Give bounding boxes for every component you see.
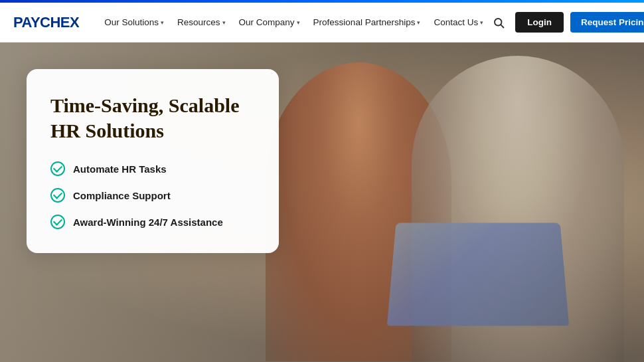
nav-links: Our Solutions ▾ Resources ▾ Our Company … — [99, 13, 489, 31]
chevron-down-icon: ▾ — [297, 19, 300, 26]
checklist-item-assistance: Award-Winning 24/7 Assistance — [50, 215, 255, 229]
laptop-figure — [387, 223, 569, 326]
request-pricing-button[interactable]: Request Pricing — [570, 12, 644, 33]
login-button[interactable]: Login — [515, 12, 564, 33]
chevron-down-icon: ▾ — [161, 19, 164, 26]
check-circle-icon — [50, 161, 65, 176]
hero-headline: Time-Saving, Scalable HR Solutions — [50, 93, 255, 143]
logo-text: PAYCHEX — [13, 14, 79, 31]
search-icon — [493, 17, 505, 29]
checklist: Automate HR Tasks Compliance Support Awa… — [50, 161, 255, 229]
check-circle-icon — [50, 188, 65, 203]
chevron-down-icon: ▾ — [417, 19, 420, 26]
nav-label-our-company: Our Company — [239, 17, 295, 27]
nav-label-contact-us: Contact Us — [434, 17, 478, 27]
hero-card: Time-Saving, Scalable HR Solutions Autom… — [27, 69, 279, 253]
chevron-down-icon: ▾ — [480, 19, 483, 26]
chevron-down-icon: ▾ — [222, 19, 226, 26]
search-button[interactable] — [489, 13, 509, 33]
navbar: PAYCHEX Our Solutions ▾ Resources ▾ Our … — [0, 3, 644, 43]
hero-section: Time-Saving, Scalable HR Solutions Autom… — [0, 43, 644, 362]
checklist-label-automate: Automate HR Tasks — [73, 163, 167, 175]
nav-actions: Login Request Pricing — [489, 12, 644, 33]
nav-item-our-company[interactable]: Our Company ▾ — [234, 13, 305, 31]
checklist-item-compliance: Compliance Support — [50, 188, 255, 203]
check-circle-icon — [50, 215, 65, 229]
nav-label-professional-partnerships: Professional Partnerships — [313, 17, 416, 27]
nav-label-resources: Resources — [177, 17, 220, 27]
svg-line-1 — [501, 25, 504, 27]
checklist-label-compliance: Compliance Support — [73, 190, 171, 201]
nav-item-our-solutions[interactable]: Our Solutions ▾ — [99, 13, 169, 31]
nav-item-contact-us[interactable]: Contact Us ▾ — [428, 13, 489, 31]
nav-label-our-solutions: Our Solutions — [104, 17, 159, 27]
nav-item-professional-partnerships[interactable]: Professional Partnerships ▾ — [308, 13, 426, 31]
logo[interactable]: PAYCHEX — [13, 14, 79, 31]
nav-item-resources[interactable]: Resources ▾ — [172, 13, 231, 31]
checklist-label-assistance: Award-Winning 24/7 Assistance — [73, 217, 223, 228]
checklist-item-automate: Automate HR Tasks — [50, 161, 255, 176]
